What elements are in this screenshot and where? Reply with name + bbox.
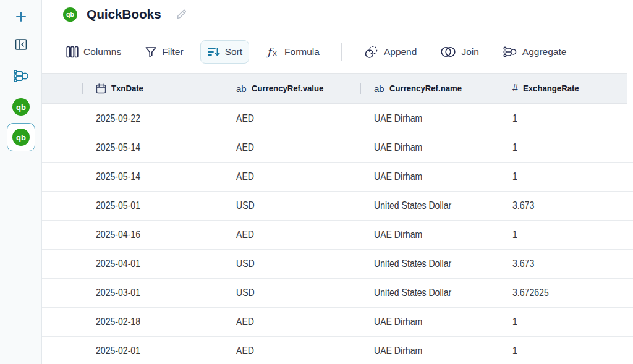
cell-currencyref-name: UAE Dirham	[360, 133, 499, 162]
cell-txndate: 2025-02-01	[82, 337, 223, 364]
cell-currencyref-name: UAE Dirham	[360, 221, 499, 249]
join-button-label: Join	[461, 46, 478, 57]
add-source-button[interactable]	[12, 8, 30, 25]
table-row[interactable]: 2025-04-16 AED UAE Dirham 1	[42, 221, 633, 250]
column-header-label: TxnDate	[111, 83, 143, 93]
aggregate-button-label: Aggregate	[522, 46, 567, 57]
sidebar-item-quickbooks[interactable]: qb	[12, 98, 30, 116]
scrollbar-gutter	[627, 73, 633, 104]
cell-txndate: 2025-04-01	[82, 250, 223, 278]
pipeline-view-button[interactable]	[12, 67, 30, 85]
row-gutter-cell	[42, 221, 82, 249]
sidebar: qb qb	[0, 0, 42, 364]
title-bar: qb QuickBooks	[42, 0, 633, 35]
cell-txndate: 2025-03-01	[82, 279, 223, 307]
quickbooks-icon: qb	[12, 98, 30, 116]
row-gutter-cell	[42, 279, 82, 307]
column-header-txndate[interactable]: TxnDate	[82, 74, 223, 103]
table-row[interactable]: 2025-04-01 USD United States Dollar 3.67…	[42, 250, 633, 279]
cell-exchangerate: 3.673	[499, 192, 633, 220]
column-header-currencyref-value[interactable]: ab CurrencyRef.value	[223, 74, 360, 103]
aggregate-button[interactable]: Aggregate	[496, 40, 574, 64]
table-row[interactable]: 2025-05-14 AED UAE Dirham 1	[42, 133, 633, 163]
rename-button[interactable]	[176, 9, 187, 20]
pencil-icon	[176, 9, 187, 20]
cell-currencyref-name: UAE Dirham	[360, 337, 499, 364]
svg-text:x: x	[273, 49, 278, 57]
cell-currencyref-value: AED	[223, 337, 360, 364]
filter-button[interactable]: Filter	[138, 40, 190, 64]
append-icon	[363, 45, 379, 59]
formula-button[interactable]: ƒ x Formula	[259, 40, 326, 64]
table-header: TxnDate ab CurrencyRef.value ab Currency…	[42, 73, 633, 104]
sort-button-label: Sort	[225, 46, 242, 57]
pipeline-icon	[12, 67, 30, 85]
row-gutter-cell	[42, 308, 82, 336]
columns-button[interactable]: Columns	[59, 40, 128, 64]
text-type-icon: ab	[236, 84, 247, 93]
aggregate-icon	[503, 45, 517, 59]
text-type-icon: ab	[374, 84, 384, 93]
cell-currencyref-name: United States Dollar	[360, 250, 499, 278]
column-header-label: ExchangeRate	[523, 83, 579, 93]
column-header-exchangerate[interactable]: # ExchangeRate	[499, 74, 633, 103]
cell-txndate: 2025-05-14	[82, 133, 223, 162]
sort-button[interactable]: Sort	[200, 40, 249, 64]
cell-currencyref-name: United States Dollar	[360, 192, 499, 220]
cell-currencyref-value: USD	[223, 250, 360, 278]
cell-currencyref-name: UAE Dirham	[360, 163, 499, 191]
cell-exchangerate: 1	[499, 337, 633, 364]
quickbooks-icon: qb	[12, 129, 30, 146]
join-icon	[440, 46, 456, 57]
append-button[interactable]: Append	[357, 40, 423, 64]
row-gutter-cell	[42, 163, 82, 191]
table-row[interactable]: 2025-02-18 AED UAE Dirham 1	[42, 308, 633, 337]
calendar-icon	[96, 83, 106, 94]
table-row[interactable]: 2025-03-01 USD United States Dollar 3.67…	[42, 279, 633, 308]
cell-currencyref-value: USD	[223, 279, 360, 307]
table-row[interactable]: 2025-09-22 AED UAE Dirham 1	[42, 104, 633, 133]
page-title: QuickBooks	[87, 7, 161, 22]
filter-button-label: Filter	[162, 46, 183, 57]
cell-txndate: 2025-04-16	[82, 221, 223, 249]
cell-currencyref-name: UAE Dirham	[360, 104, 499, 133]
collapse-sidebar-button[interactable]	[12, 36, 30, 53]
column-header-currencyref-name[interactable]: ab CurrencyRef.name	[360, 74, 499, 103]
cell-exchangerate: 1	[499, 163, 633, 191]
collapse-panel-icon	[14, 38, 28, 51]
cell-currencyref-name: UAE Dirham	[360, 308, 499, 336]
cell-currencyref-value: AED	[223, 104, 360, 133]
toolbar-divider	[341, 43, 342, 61]
row-gutter-cell	[42, 337, 82, 364]
column-header-label: CurrencyRef.value	[252, 83, 323, 93]
column-header-label: CurrencyRef.name	[389, 83, 462, 93]
cell-currencyref-name: United States Dollar	[360, 279, 499, 307]
number-type-icon: #	[512, 83, 518, 93]
append-button-label: Append	[384, 46, 417, 57]
table-toolbar: Columns Filter Sort ƒ x Formula	[59, 39, 573, 65]
app-window: { "app": { "title": "QuickBooks", "logo_…	[0, 0, 633, 364]
cell-txndate: 2025-05-01	[82, 192, 223, 220]
plus-icon	[14, 10, 28, 23]
row-gutter-cell	[42, 133, 82, 162]
cell-txndate: 2025-05-14	[82, 163, 223, 191]
table-row[interactable]: 2025-05-14 AED UAE Dirham 1	[42, 163, 633, 192]
table-row[interactable]: 2025-02-01 AED UAE Dirham 1	[42, 337, 633, 364]
cell-exchangerate: 1	[499, 104, 633, 133]
row-gutter-cell	[42, 192, 82, 220]
table-body: 2025-09-22 AED UAE Dirham 1 2025-05-14 A…	[42, 104, 633, 364]
cell-exchangerate: 3.672625	[499, 279, 633, 307]
cell-currencyref-value: AED	[223, 308, 360, 336]
cell-txndate: 2025-09-22	[82, 104, 223, 133]
cell-exchangerate: 1	[499, 133, 633, 162]
sidebar-item-quickbooks-selected[interactable]: qb	[7, 123, 35, 151]
svg-text:qb: qb	[66, 11, 75, 18]
formula-button-label: Formula	[284, 46, 320, 57]
cell-currencyref-value: AED	[223, 163, 360, 191]
sort-icon	[207, 46, 220, 58]
join-button[interactable]: Join	[433, 41, 485, 63]
row-gutter-header	[42, 74, 82, 103]
table-row[interactable]: 2025-05-01 USD United States Dollar 3.67…	[42, 192, 633, 221]
quickbooks-logo-icon: qb	[63, 7, 77, 22]
cell-exchangerate: 1	[499, 308, 633, 336]
